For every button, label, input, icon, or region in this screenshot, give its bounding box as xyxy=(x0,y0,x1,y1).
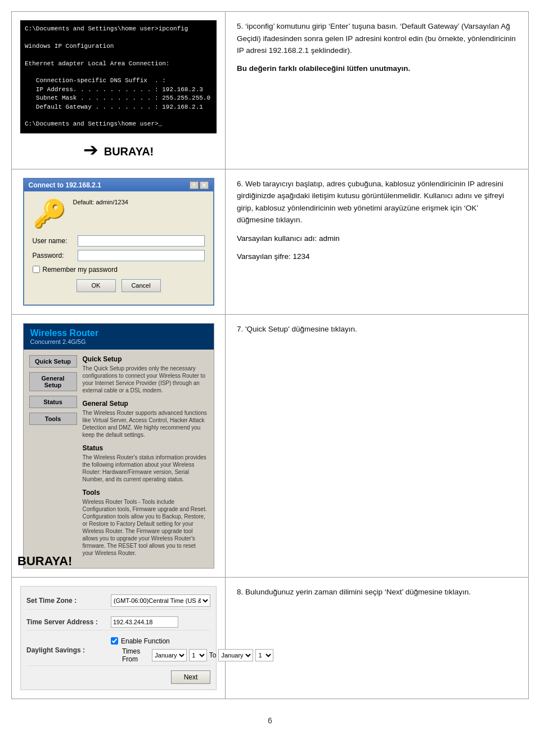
row-3: Wireless Router Concurrent 2.4G/5G Quick… xyxy=(12,315,528,578)
dialog-close-btn[interactable]: ✕ xyxy=(200,181,209,189)
page-container: C:\Documents and Settings\home user>ipco… xyxy=(11,11,529,699)
timezone-select[interactable]: (GMT-06:00)Central Time (US & Canada) xyxy=(111,594,210,607)
password-label: Password: xyxy=(33,252,78,260)
username-label: User name: xyxy=(33,237,78,245)
row1-note: Bu değerin farklı olabileceğini lütfen u… xyxy=(237,62,517,75)
status-text: The Wireless Router's status information… xyxy=(83,454,208,483)
general-setup-text: The Wireless Router supports advanced fu… xyxy=(83,409,208,439)
router-section-status: Status The Wireless Router's status info… xyxy=(83,444,208,483)
status-title: Status xyxy=(83,444,208,452)
terminal-line-8: IP Address. . . . . . . . . . . : 192.16… xyxy=(25,86,212,94)
row2-right: 6. Web tarayıcıyı başlatıp, adres çubuğu… xyxy=(226,169,528,314)
terminal-line-7: Connection-specific DNS Suffix . : xyxy=(25,77,212,85)
row1-description: 5. ‘ipconfig’ komutunu girip ‘Enter’ tuş… xyxy=(237,20,517,57)
row2-default-pass: Varsayılan şifre: 1234 xyxy=(237,251,517,262)
row1-right: 5. ‘ipconfig’ komutunu girip ‘Enter’ tuş… xyxy=(226,12,528,169)
remember-label: Remember my password xyxy=(43,266,118,274)
tz-server-label: Time Server Address : xyxy=(26,618,111,626)
quick-setup-btn[interactable]: Quick Setup xyxy=(29,355,77,368)
row2-default-user: Varsayılan kullanıcı adı: admin xyxy=(237,233,517,244)
terminal-line-9: Subnet Mask . . . . . . . . . . : 255.25… xyxy=(25,94,212,102)
buraya-label-3: BURAYA! xyxy=(17,554,72,569)
tz-daylight-value: Enable Function Times From January 1 To xyxy=(111,637,273,663)
key-icon: 🔑 xyxy=(33,198,66,230)
tz-daylight-row: Daylight Savings : Enable Function Times… xyxy=(26,635,210,666)
terminal-box: C:\Documents and Settings\home user>ipco… xyxy=(20,20,217,133)
router-header: Wireless Router Concurrent 2.4G/5G xyxy=(24,324,214,350)
times-from-label: Times From xyxy=(122,647,150,663)
times-from-row: Times From January 1 To January xyxy=(111,647,273,663)
day1-select[interactable]: 1 xyxy=(189,649,206,661)
router-section-general: General Setup The Wireless Router suppor… xyxy=(83,400,208,439)
row3-description: 7. 'Quick Setup' düğmesine tıklayın. xyxy=(237,323,517,335)
remember-row: Remember my password xyxy=(33,266,205,274)
remember-checkbox[interactable] xyxy=(33,266,40,273)
dialog-title-buttons: ? ✕ xyxy=(190,181,209,189)
general-setup-btn[interactable]: General Setup xyxy=(29,372,77,391)
row-1: C:\Documents and Settings\home user>ipco… xyxy=(12,12,528,169)
row1-left: C:\Documents and Settings\home user>ipco… xyxy=(12,12,226,169)
tz-timezone-row: Set Time Zone : (GMT-06:00)Central Time … xyxy=(26,592,210,610)
row2-description: 6. Web tarayıcıyı başlatıp, adres çubuğu… xyxy=(237,178,517,226)
cancel-button[interactable]: Cancel xyxy=(122,279,161,292)
dialog-default-text: Default: admin/1234 xyxy=(73,199,128,205)
router-content: Quick Setup The Quick Setup provides onl… xyxy=(83,355,208,562)
arrow-right-icon: ➔ xyxy=(83,139,98,160)
day2-select[interactable]: 1 xyxy=(255,649,273,661)
username-input[interactable] xyxy=(78,235,205,247)
terminal-line-6 xyxy=(25,68,212,77)
dialog-intro: Default: admin/1234 xyxy=(73,198,128,207)
router-subtitle: Concurrent 2.4G/5G xyxy=(30,338,207,345)
router-sidebar: Quick Setup General Setup Status Tools xyxy=(29,355,77,562)
tools-btn[interactable]: Tools xyxy=(29,413,77,425)
terminal-line-10: Default Gateway . . . . . . . . : 192.16… xyxy=(25,103,212,111)
row4-description: 8. Bulunduğunuz yerin zaman dilimini seç… xyxy=(237,586,517,598)
tz-server-value xyxy=(111,616,210,628)
terminal-line-12: C:\Documents and Settings\home user>_ xyxy=(25,120,212,128)
router-title: Wireless Router xyxy=(30,328,207,338)
ok-button[interactable]: OK xyxy=(76,279,116,292)
enable-function-checkbox[interactable] xyxy=(111,637,118,645)
username-row: User name: xyxy=(33,235,205,247)
time-server-input[interactable] xyxy=(111,616,178,628)
next-button[interactable]: Next xyxy=(171,670,210,684)
dialog-content: 🔑 Default: admin/1234 User name: Passwor… xyxy=(24,191,213,305)
dialog-titlebar: Connect to 192.168.2.1 ? ✕ xyxy=(24,179,213,191)
dialog-buttons: OK Cancel xyxy=(33,279,205,298)
router-section-tools: Tools Wireless Router Tools - Tools incl… xyxy=(83,489,208,557)
month1-select[interactable]: January xyxy=(152,649,187,661)
dialog-help-btn[interactable]: ? xyxy=(190,181,199,189)
terminal-line-3: Windows IP Configuration xyxy=(25,42,212,51)
tools-text: Wireless Router Tools - Tools include Co… xyxy=(83,498,208,557)
router-screenshot: Wireless Router Concurrent 2.4G/5G Quick… xyxy=(23,323,214,569)
row3-right: 7. 'Quick Setup' düğmesine tıklayın. xyxy=(226,315,528,577)
terminal-line-1: C:\Documents and Settings\home user>ipco… xyxy=(25,25,212,33)
enable-function-label: Enable Function xyxy=(121,637,170,645)
terminal-line-11 xyxy=(25,111,212,120)
terminal-line-2 xyxy=(25,33,212,42)
tz-timezone-value: (GMT-06:00)Central Time (US & Canada) xyxy=(111,594,210,607)
to-label: To xyxy=(209,651,217,659)
terminal-line-4 xyxy=(25,51,212,59)
status-btn[interactable]: Status xyxy=(29,396,77,408)
row-2: Connect to 192.168.2.1 ? ✕ 🔑 Default: ad… xyxy=(12,169,528,315)
password-input[interactable] xyxy=(78,250,205,261)
tz-timezone-label: Set Time Zone : xyxy=(26,597,111,605)
router-body: Quick Setup General Setup Status Tools Q… xyxy=(24,350,214,568)
tz-server-row: Time Server Address : xyxy=(26,614,210,630)
row3-left: Wireless Router Concurrent 2.4G/5G Quick… xyxy=(12,315,226,577)
dialog-title: Connect to 192.168.2.1 xyxy=(29,181,101,189)
router-section-quick: Quick Setup The Quick Setup provides onl… xyxy=(83,355,208,394)
row-4: Set Time Zone : (GMT-06:00)Central Time … xyxy=(12,578,528,699)
password-row: Password: xyxy=(33,250,205,261)
terminal-line-5: Ethernet adapter Local Area Connection: xyxy=(25,60,212,68)
row2-left: Connect to 192.168.2.1 ? ✕ 🔑 Default: ad… xyxy=(12,169,226,314)
month2-select[interactable]: January xyxy=(218,649,253,661)
connect-dialog: Connect to 192.168.2.1 ? ✕ 🔑 Default: ad… xyxy=(23,178,214,306)
general-setup-title: General Setup xyxy=(83,400,208,408)
tz-daylight-label: Daylight Savings : xyxy=(26,646,111,654)
page-number: 6 xyxy=(0,710,540,731)
tools-title: Tools xyxy=(83,489,208,496)
dialog-form: User name: Password: Remember my passwor… xyxy=(33,235,205,274)
buraya-container-3: BURAYA! xyxy=(17,554,72,569)
